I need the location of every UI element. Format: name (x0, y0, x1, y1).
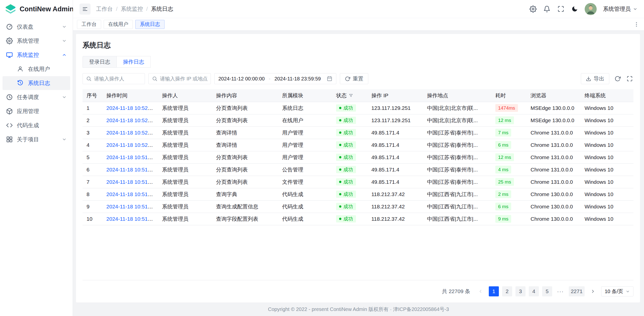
pagination-prev-button[interactable] (475, 286, 486, 296)
pagination-next-button[interactable] (588, 286, 598, 296)
cell-os: Windows 10 (581, 114, 633, 126)
status-dot-icon (339, 156, 341, 158)
settings-gear-icon[interactable] (529, 5, 537, 13)
more-vertical-icon[interactable] (633, 21, 640, 28)
breadcrumb-separator: / (116, 6, 117, 12)
ip-search-field[interactable] (148, 73, 211, 84)
menu-fold-icon (82, 6, 88, 12)
duration-badge: 12 ms (495, 153, 514, 161)
table-refresh-icon[interactable] (614, 75, 621, 82)
cell-duration: 12 ms (491, 114, 527, 126)
status-badge: 成功 (336, 117, 356, 124)
pagination-page-1[interactable]: 1 (489, 286, 499, 296)
cell-time: 2024-11-18 10:51:52 (102, 176, 158, 188)
sidebar-item-task-schedule[interactable]: 任务调度 (3, 90, 70, 104)
content-area: 系统日志 登录日志 操作日志 (73, 31, 644, 302)
sidebar-collapse-button[interactable] (79, 4, 91, 15)
app-root: ContiNew Admin 仪表盘 系统管理 (0, 0, 644, 316)
log-time-link[interactable]: 2024-11-18 10:51:49 (106, 216, 155, 222)
monitor-icon (6, 52, 13, 58)
cell-status: 成功 (332, 126, 367, 139)
tab-operation-log[interactable]: 操作日志 (117, 56, 151, 68)
operator-search-input[interactable] (94, 76, 141, 82)
cell-time: 2024-11-18 10:52:05 (102, 139, 158, 151)
table-row[interactable]: 10 2024-11-18 10:51:49 系统管理员 查询字段配置列表 代码… (83, 213, 633, 225)
user-menu[interactable]: 系统管理员 (603, 5, 637, 13)
chevron-up-icon (62, 53, 67, 57)
app-logo[interactable]: ContiNew Admin (0, 0, 73, 18)
table-row[interactable]: 3 2024-11-18 10:52:12 系统管理员 查询详情 用户管理 成功… (83, 126, 633, 139)
status-dot-icon (339, 119, 341, 121)
status-label: 成功 (343, 130, 353, 135)
operator-search-field[interactable] (83, 73, 145, 84)
tab-login-log[interactable]: 登录日志 (83, 56, 117, 68)
cell-location: 中国|江西省|九江市|... (423, 200, 491, 213)
cell-content: 查询生成配置信息 (212, 200, 278, 213)
sidebar-item-system-log[interactable]: 系统日志 (3, 76, 70, 90)
table-row[interactable]: 7 2024-11-18 10:51:52 系统管理员 分页查询列表 文件管理 … (83, 176, 633, 188)
pagination-page-4[interactable]: 4 (529, 286, 539, 296)
export-button[interactable]: 导出 (581, 73, 609, 84)
page-size-select[interactable]: 10 条/页 (601, 286, 633, 296)
cell-module: 用户管理 (278, 126, 332, 139)
cell-status: 成功 (332, 176, 367, 188)
table-fullscreen-icon[interactable] (626, 75, 633, 82)
fullscreen-icon[interactable] (557, 5, 565, 13)
reset-button-label: 重置 (353, 75, 363, 82)
table-row[interactable]: 5 2024-11-18 10:51:55 系统管理员 分页查询列表 用户管理 … (83, 151, 633, 163)
cell-operator: 系统管理员 (158, 188, 212, 200)
duration-badge: 7 ms (495, 129, 511, 137)
table-row[interactable]: 1 2024-11-18 10:52:55 系统管理员 分页查询列表 系统日志 … (83, 102, 633, 114)
dark-mode-moon-icon[interactable] (571, 5, 578, 13)
status-filter-icon[interactable] (349, 93, 353, 98)
table-row[interactable]: 9 2024-11-18 10:51:49 系统管理员 查询生成配置信息 代码生… (83, 200, 633, 213)
log-time-link[interactable]: 2024-11-18 10:52:47 (106, 117, 155, 123)
cell-duration: 2 ms (491, 188, 527, 200)
log-time-link[interactable]: 2024-11-18 10:52:55 (106, 105, 155, 111)
cell-no: 2 (83, 114, 102, 126)
sidebar-item-about-project[interactable]: 关于项目 (3, 132, 70, 146)
sidebar-item-system-monitor[interactable]: 系统监控 (3, 48, 70, 62)
sidebar-item-app-management[interactable]: 应用管理 (3, 104, 70, 118)
log-time-link[interactable]: 2024-11-18 10:51:53 (106, 167, 155, 172)
table-row[interactable]: 4 2024-11-18 10:52:05 系统管理员 查询详情 用户管理 成功… (83, 139, 633, 151)
breadcrumb-item[interactable]: 工作台 (96, 5, 113, 13)
pagination-page-3[interactable]: 3 (515, 286, 526, 296)
code-icon (6, 122, 13, 129)
log-time-link[interactable]: 2024-11-18 10:52:12 (106, 130, 155, 136)
pagination-page-last[interactable]: 2271 (569, 286, 585, 296)
table-row[interactable]: 8 2024-11-18 10:51:50 系统管理员 查询字典 代码生成 成功… (83, 188, 633, 200)
table-row[interactable]: 6 2024-11-18 10:51:53 系统管理员 分页查询列表 公告管理 … (83, 163, 633, 176)
pagination-page-2[interactable]: 2 (502, 286, 512, 296)
status-badge: 成功 (336, 166, 356, 173)
table-row[interactable]: 2 2024-11-18 10:52:47 系统管理员 分页查询列表 在线用户 … (83, 114, 633, 126)
pagination-ellipsis[interactable]: ··· (555, 286, 566, 296)
log-time-link[interactable]: 2024-11-18 10:51:49 (106, 204, 155, 209)
cell-location: 中国|江苏省|泰州市|... (423, 176, 491, 188)
user-avatar[interactable] (585, 3, 597, 15)
sidebar-item-dashboard[interactable]: 仪表盘 (3, 20, 70, 34)
date-range-end: 2024-11-18 23:59:59 (274, 76, 321, 82)
sidebar-item-code-generation[interactable]: 代码生成 (3, 118, 70, 132)
chevron-down-icon (626, 289, 630, 294)
breadcrumb-item[interactable]: 系统监控 (121, 5, 143, 13)
log-time-link[interactable]: 2024-11-18 10:52:05 (106, 142, 155, 148)
date-range-picker[interactable]: 2024-11-12 00:00:00 - 2024-11-18 23:59:5… (214, 73, 336, 84)
nav-tab-online-users[interactable]: 在线用户 (104, 20, 133, 29)
cell-os: Windows 10 (581, 200, 633, 213)
sidebar-item-system-management[interactable]: 系统管理 (3, 34, 70, 48)
pagination-page-5[interactable]: 5 (542, 286, 552, 296)
nav-tab-workbench[interactable]: 工作台 (77, 20, 101, 29)
notification-bell-icon[interactable] (543, 5, 551, 13)
table-toolbar: 导出 (581, 73, 633, 84)
status-label: 成功 (343, 155, 353, 160)
log-time-link[interactable]: 2024-11-18 10:51:50 (106, 191, 155, 197)
log-time-link[interactable]: 2024-11-18 10:51:55 (106, 154, 155, 160)
log-time-link[interactable]: 2024-11-18 10:51:52 (106, 179, 155, 185)
ip-search-input[interactable] (160, 76, 207, 82)
nav-tab-system-log[interactable]: 系统日志 (135, 20, 165, 29)
reset-button[interactable]: 重置 (340, 73, 368, 84)
cell-status: 成功 (332, 163, 367, 176)
cell-browser: Chrome 130.0.0.0 (527, 200, 581, 213)
sidebar-item-online-users[interactable]: 在线用户 (3, 62, 70, 76)
